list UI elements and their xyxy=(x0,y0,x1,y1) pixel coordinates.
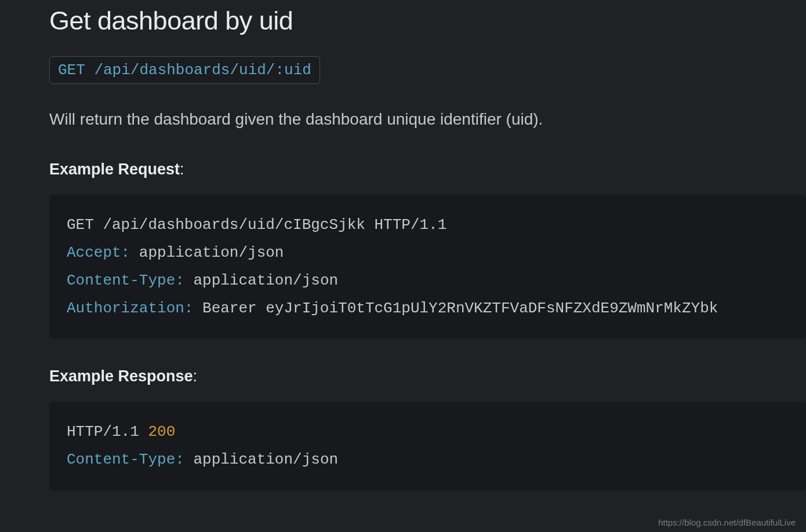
response-status-line: HTTP/1.1 200 xyxy=(67,418,789,446)
request-authorization-header: Authorization: Bearer eyJrIjoiT0tTcG1pUl… xyxy=(67,294,789,322)
doc-content: Get dashboard by uid GET /api/dashboards… xyxy=(0,0,806,490)
response-code-block: HTTP/1.1 200 Content-Type: application/j… xyxy=(49,402,806,490)
watermark-url: https://blog.csdn.net/dfBeautifulLive xyxy=(658,518,796,527)
example-request-label: Example Request: xyxy=(49,161,806,178)
request-accept-header: Accept: application/json xyxy=(67,239,789,267)
example-response-label: Example Response: xyxy=(49,367,806,385)
request-line: GET /api/dashboards/uid/cIBgcSjkk HTTP/1… xyxy=(67,211,789,239)
request-code-block: GET /api/dashboards/uid/cIBgcSjkk HTTP/1… xyxy=(49,195,806,338)
page-title: Get dashboard by uid xyxy=(49,6,806,36)
response-content-type-header: Content-Type: application/json xyxy=(67,446,789,473)
endpoint-description: Will return the dashboard given the dash… xyxy=(49,110,806,129)
request-content-type-header: Content-Type: application/json xyxy=(67,267,789,294)
endpoint-badge: GET /api/dashboards/uid/:uid xyxy=(49,56,320,84)
